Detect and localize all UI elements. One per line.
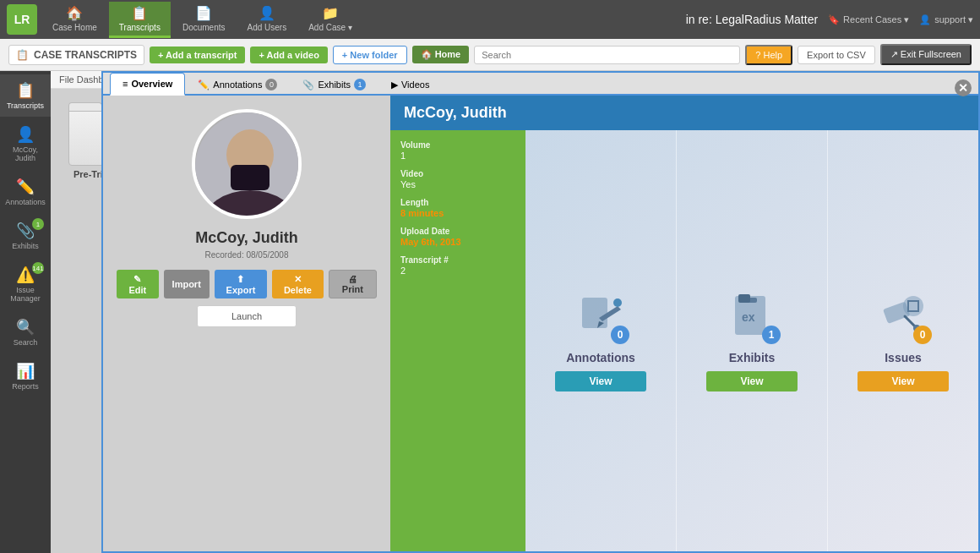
field-volume: Volume 1: [400, 140, 515, 161]
field-length-value: 8 minutes: [400, 208, 515, 218]
svg-rect-14: [582, 298, 607, 328]
launch-button[interactable]: Launch: [197, 305, 297, 327]
stat-annotations: 0 Annotations View: [525, 130, 676, 551]
nav-case-home[interactable]: 🏠 Case Home: [42, 2, 107, 38]
exhibits-tab-icon: 📎: [302, 79, 314, 90]
add-video-button[interactable]: + Add a video: [250, 47, 327, 63]
help-button[interactable]: ? Help: [745, 45, 792, 65]
main-toolbar: 📋 CASE TRANSCRIPTS + Add a transcript + …: [0, 39, 980, 71]
home-button[interactable]: 🏠 Home: [412, 46, 470, 63]
export-csv-button[interactable]: Export to CSV: [798, 46, 875, 64]
user-icon: 👤: [919, 14, 931, 25]
issues-count-badge: 0: [913, 326, 932, 344]
detail-avatar: [192, 109, 302, 219]
nav-transcripts-label: Transcripts: [119, 23, 161, 32]
home-icon: 🏠: [66, 5, 83, 21]
new-folder-button[interactable]: + New folder: [333, 46, 407, 64]
field-upload-date: Upload Date May 6th, 2013: [400, 227, 515, 247]
import-button[interactable]: Import: [164, 270, 210, 298]
issues-view-button[interactable]: View: [858, 371, 948, 391]
field-length-label: Length: [400, 198, 515, 207]
edit-button[interactable]: ✎ Edit: [117, 270, 159, 298]
exhibits-stat-label: Exhibits: [729, 351, 775, 364]
left-sidebar: 📋 Transcripts 👤 McCoy, Judith ✏️ Annotat…: [0, 71, 51, 553]
tab-annotations[interactable]: ✏️ Annotations 0: [185, 73, 290, 96]
field-transcript-num-label: Transcript #: [400, 255, 515, 265]
sidebar-item-transcripts[interactable]: 📋 Transcripts: [0, 74, 51, 117]
detail-action-buttons: ✎ Edit Import ⬆ Export ✕ Delete 🖨 Print: [117, 270, 377, 298]
svg-text:ex: ex: [742, 310, 755, 324]
transcripts-sidebar-icon: 📋: [16, 81, 35, 100]
exhibits-tab-badge: 1: [354, 79, 366, 90]
add-users-icon: 👤: [259, 5, 275, 21]
nav-add-users[interactable]: 👤 Add Users: [237, 2, 297, 38]
stat-exhibits: ex 1 Exhibits View: [676, 130, 827, 551]
videos-tab-icon: ▶: [391, 79, 398, 90]
exhibits-view-button[interactable]: View: [706, 371, 797, 391]
search-input[interactable]: [474, 46, 740, 64]
info-header: McCoy, Judith: [390, 96, 978, 130]
content-area: File Dashboard → Pre-Trial Hearing: [51, 71, 980, 553]
nav-documents-label: Documents: [182, 23, 226, 32]
tab-videos[interactable]: ▶ Videos: [378, 73, 442, 96]
stat-issues: 0 Issues View: [827, 130, 978, 551]
info-fields: Volume 1 Video Yes Length 8 minutes: [390, 130, 525, 551]
sidebar-exhibits-label: Exhibits: [12, 242, 39, 250]
detail-left-panel: McCoy, Judith Recorded: 08/05/2008 ✎ Edi…: [103, 96, 390, 551]
export-button[interactable]: ⬆ Export: [215, 270, 267, 298]
sidebar-item-search[interactable]: 🔍 Search: [0, 311, 51, 353]
sidebar-item-reports[interactable]: 📊 Reports: [0, 355, 51, 397]
overview-icon: ≡: [122, 79, 128, 89]
app-logo[interactable]: LR: [7, 4, 37, 35]
tab-exhibits[interactable]: 📎 Exhibits 1: [290, 73, 378, 96]
nav-transcripts[interactable]: 📋 Transcripts: [109, 2, 171, 38]
sidebar-annotations-label: Annotations: [5, 198, 46, 206]
annotations-stat-label: Annotations: [566, 351, 635, 364]
sidebar-item-annotations[interactable]: ✏️ Annotations: [0, 171, 51, 213]
add-case-icon: 📁: [322, 5, 339, 21]
bookmark-icon: 🔖: [828, 14, 840, 25]
annotations-icon-area: 0: [575, 291, 626, 344]
field-transcript-num: Transcript # 2: [400, 255, 515, 276]
field-length: Length 8 minutes: [400, 198, 515, 218]
stats-area: 0 Annotations View: [525, 130, 978, 551]
delete-button[interactable]: ✕ Delete: [272, 270, 324, 298]
support-button[interactable]: 👤 support ▾: [919, 14, 973, 25]
reports-sidebar-icon: 📊: [16, 362, 35, 381]
detail-tabs: ≡ Overview ✏️ Annotations 0 📎 Exhibits 1…: [103, 73, 978, 96]
nav-case-home-label: Case Home: [52, 23, 97, 32]
avatar-image: [195, 112, 302, 219]
sidebar-search-label: Search: [14, 338, 38, 347]
sidebar-item-mccoy[interactable]: 👤 McCoy, Judith: [0, 118, 51, 169]
exhibits-icon-area: ex 1: [727, 291, 777, 344]
recent-cases-button[interactable]: 🔖 Recent Cases ▾: [828, 14, 909, 25]
person-sidebar-icon: 👤: [16, 125, 35, 144]
exit-fullscreen-button[interactable]: ↗ Exit Fullscreen: [880, 44, 972, 65]
svg-rect-13: [231, 165, 270, 190]
nav-left: LR 🏠 Case Home 📋 Transcripts 📄 Documents…: [7, 2, 362, 38]
nav-add-case[interactable]: 📁 Add Case ▾: [298, 2, 362, 38]
tab-videos-label: Videos: [401, 79, 429, 90]
issues-stat-label: Issues: [885, 351, 922, 364]
sidebar-item-exhibits[interactable]: 📎 Exhibits 1: [0, 215, 51, 257]
tab-overview[interactable]: ≡ Overview: [110, 73, 185, 96]
close-button[interactable]: ✕: [955, 79, 972, 96]
transcripts-icon: 📋: [131, 5, 148, 21]
sidebar-issue-manager-label: Issue Manager: [3, 286, 47, 303]
tab-overview-label: Overview: [131, 79, 172, 89]
annotations-view-button[interactable]: View: [555, 371, 645, 391]
exhibits-badge: 1: [32, 218, 44, 230]
add-transcript-button[interactable]: + Add a transcript: [150, 47, 245, 63]
info-body: Volume 1 Video Yes Length 8 minutes: [390, 130, 978, 551]
sidebar-item-issue-manager[interactable]: ⚠️ Issue Manager 141: [0, 259, 51, 309]
documents-icon: 📄: [195, 5, 212, 21]
top-navigation: LR 🏠 Case Home 📋 Transcripts 📄 Documents…: [0, 0, 980, 39]
search-sidebar-icon: 🔍: [16, 318, 35, 337]
sidebar-mccoy-label: McCoy, Judith: [3, 145, 47, 162]
toolbar-title-label: CASE TRANSCRIPTS: [34, 49, 137, 61]
detail-content: McCoy, Judith Recorded: 08/05/2008 ✎ Edi…: [103, 96, 978, 551]
print-button[interactable]: 🖨 Print: [329, 270, 377, 298]
toolbar-title: 📋 CASE TRANSCRIPTS: [8, 45, 144, 65]
sidebar-reports-label: Reports: [12, 382, 39, 391]
nav-documents[interactable]: 📄 Documents: [172, 2, 236, 38]
